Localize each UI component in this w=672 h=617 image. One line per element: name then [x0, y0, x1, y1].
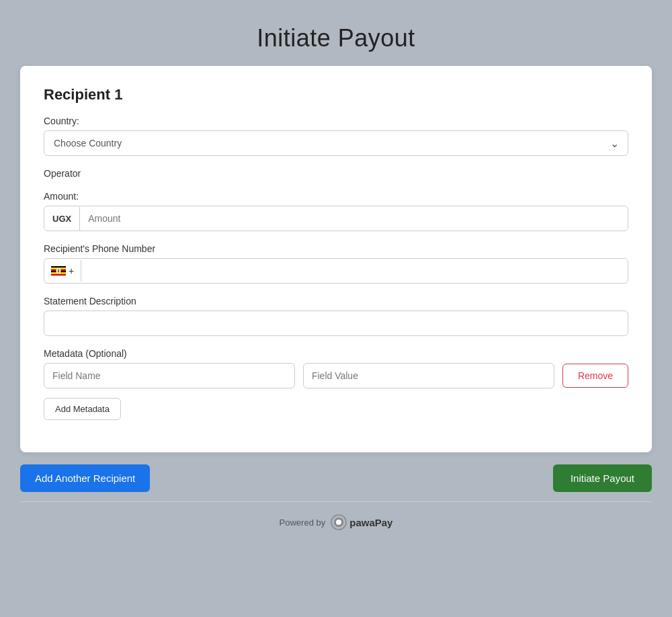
- amount-currency: UGX: [44, 207, 80, 231]
- field-value-input[interactable]: [303, 363, 554, 388]
- recipient-title: Recipient 1: [44, 86, 628, 104]
- recipient-card: Recipient 1 Country: Choose Country Ugan…: [20, 66, 652, 452]
- pawapay-logo: pawaPay: [331, 514, 392, 530]
- footer-powered-by: Powered by pawaPay: [280, 514, 393, 530]
- svg-point-7: [58, 269, 60, 273]
- phone-label: Recipient's Phone Number: [44, 243, 628, 254]
- country-select[interactable]: Choose Country Uganda Kenya Tanzania Gha…: [44, 130, 628, 156]
- amount-field-group: Amount: UGX: [44, 191, 628, 231]
- phone-field-group: Recipient's Phone Number +: [44, 243, 628, 284]
- add-metadata-button[interactable]: Add Metadata: [44, 398, 121, 420]
- remove-metadata-button[interactable]: Remove: [562, 364, 628, 388]
- uganda-flag-icon: [51, 266, 66, 276]
- metadata-row: Remove: [44, 363, 628, 388]
- amount-label: Amount:: [44, 191, 628, 202]
- amount-input-wrapper: UGX: [44, 206, 628, 231]
- statement-field-group: Statement Description: [44, 296, 628, 336]
- page-title: Initiate Payout: [257, 24, 415, 52]
- bottom-bar: Add Another Recipient Initiate Payout: [20, 464, 652, 492]
- country-select-wrapper: Choose Country Uganda Kenya Tanzania Gha…: [44, 130, 628, 156]
- statement-input[interactable]: [44, 311, 628, 336]
- country-label: Country:: [44, 116, 628, 126]
- field-name-input[interactable]: [44, 363, 295, 388]
- phone-plus-sign: +: [69, 265, 74, 276]
- footer-divider: [20, 501, 652, 502]
- country-field-group: Country: Choose Country Uganda Kenya Tan…: [44, 116, 628, 156]
- svg-point-10: [336, 520, 341, 525]
- operator-label: Operator: [44, 168, 628, 179]
- add-recipient-button[interactable]: Add Another Recipient: [20, 464, 150, 492]
- phone-flag-button[interactable]: +: [44, 260, 81, 282]
- initiate-payout-button[interactable]: Initiate Payout: [553, 464, 652, 492]
- svg-rect-0: [51, 266, 66, 268]
- pawapay-logo-icon: [331, 514, 347, 530]
- powered-by-text: Powered by: [280, 518, 326, 528]
- metadata-label: Metadata (Optional): [44, 348, 628, 359]
- pawapay-brand-text: pawaPay: [349, 517, 392, 528]
- phone-input[interactable]: [81, 259, 628, 283]
- amount-input[interactable]: [80, 206, 628, 231]
- svg-rect-5: [51, 274, 66, 276]
- phone-input-wrapper: +: [44, 258, 628, 284]
- metadata-field-group: Metadata (Optional) Remove Add Metadata: [44, 348, 628, 420]
- statement-label: Statement Description: [44, 296, 628, 306]
